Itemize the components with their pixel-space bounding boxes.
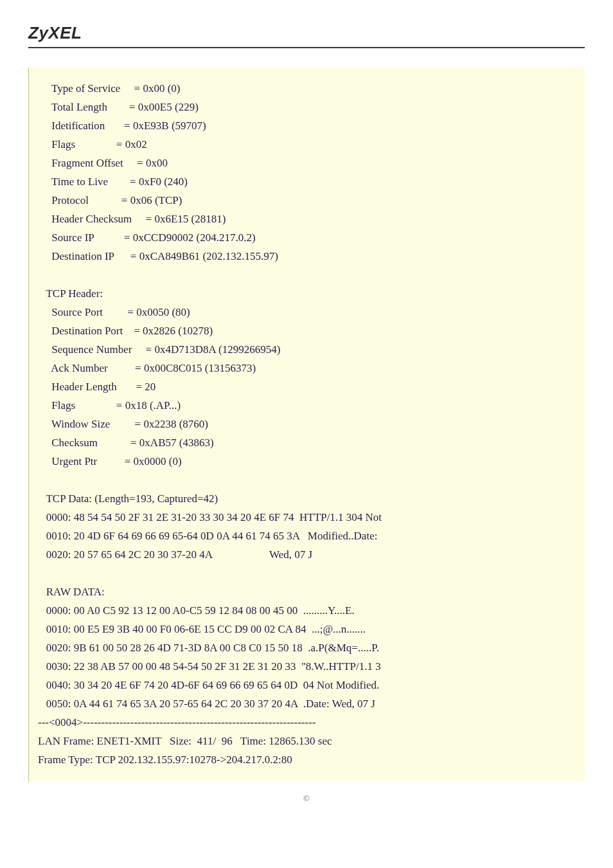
page-footer: © bbox=[28, 793, 585, 804]
document-page: ZyXEL Type of Service = 0x00 (0) Total L… bbox=[0, 0, 613, 868]
brand-logo: ZyXEL bbox=[28, 23, 82, 42]
packet-dump-panel: Type of Service = 0x00 (0) Total Length … bbox=[28, 68, 585, 782]
header-rule: ZyXEL bbox=[28, 23, 585, 48]
